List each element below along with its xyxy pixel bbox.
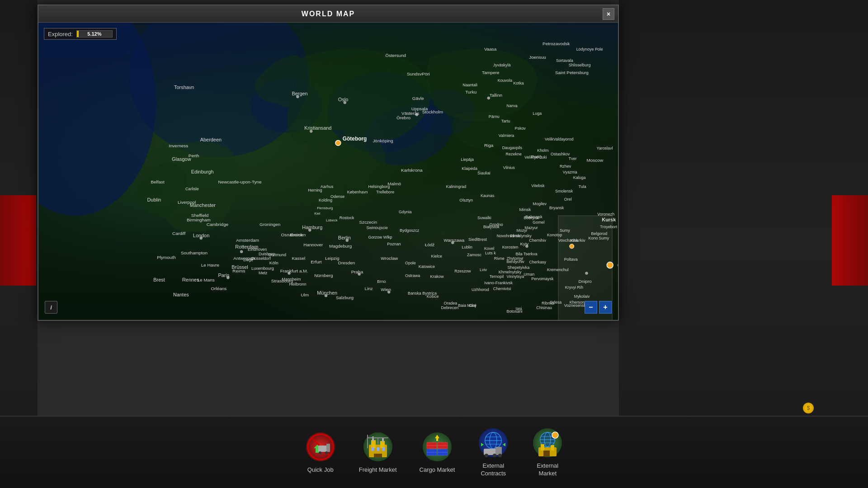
svg-rect-294 [543, 450, 550, 456]
svg-text:Amsterdam: Amsterdam [236, 238, 259, 243]
svg-text:Belgorod: Belgorod [591, 231, 607, 236]
svg-text:Cardiff: Cardiff [172, 231, 185, 236]
svg-text:Brüssel: Brüssel [231, 264, 248, 270]
svg-text:Tver: Tver [569, 156, 577, 161]
svg-point-1 [129, 23, 309, 157]
map-title: WORLD MAP [302, 10, 355, 18]
svg-text:Minsk: Minsk [519, 207, 531, 212]
svg-text:Szczecin: Szczecin [359, 220, 377, 225]
toolbar-item-external-contracts[interactable]: External Contracts [471, 422, 516, 482]
svg-text:Malmö: Malmö [387, 181, 401, 186]
svg-text:Krakow: Krakow [430, 274, 444, 279]
svg-text:Berlin: Berlin [338, 235, 351, 240]
svg-text:Östersund: Östersund [385, 53, 406, 58]
svg-text:Osnabrück: Osnabrück [281, 232, 303, 237]
svg-text:Shlisselburg: Shlisselburg [569, 63, 591, 67]
svg-text:Bila Tserkva: Bila Tserkva [515, 252, 537, 256]
svg-text:Rzhev: Rzhev [560, 164, 571, 169]
explored-badge: Explored: 5.12% [44, 28, 117, 40]
svg-text:Dnipro: Dnipro [579, 279, 592, 284]
svg-rect-254 [377, 447, 379, 451]
svg-text:Praha: Praha [351, 269, 363, 274]
svg-text:Kassel: Kassel [292, 256, 305, 261]
svg-text:Liepāja: Liepāja [461, 157, 474, 162]
svg-text:Ribnita: Ribnita [542, 301, 554, 305]
toolbar-item-quick-job[interactable]: Quick Job [298, 427, 343, 479]
svg-point-246 [325, 451, 328, 454]
svg-text:Khmelnytsky: Khmelnytsky [499, 270, 522, 274]
svg-text:Banska Bystrica: Banska Bystrica [408, 291, 437, 296]
svg-text:Narva: Narva [507, 103, 518, 108]
map-titlebar: WORLD MAP × [38, 5, 618, 23]
red-stripe-right [832, 195, 868, 286]
svg-text:Paris: Paris [218, 272, 229, 278]
svg-text:Debrecen: Debrecen [441, 305, 458, 310]
svg-text:Šiauliai: Šiauliai [477, 171, 491, 175]
svg-text:Jyväskylä: Jyväskylä [493, 63, 511, 67]
svg-text:Örebro: Örebro [396, 115, 410, 120]
svg-text:Grodno: Grodno [490, 222, 503, 227]
svg-text:Olsztyn: Olsztyn [459, 198, 473, 202]
svg-text:Hamburg: Hamburg [302, 225, 322, 230]
svg-text:Voznesensk: Voznesensk [564, 303, 586, 308]
svg-text:München: München [317, 290, 337, 296]
toolbar-item-freight-market[interactable]: Freight Market [352, 427, 404, 479]
svg-point-20 [387, 291, 390, 293]
svg-text:Salzburg: Salzburg [336, 295, 354, 300]
svg-text:Gomel: Gomel [533, 220, 544, 225]
svg-text:Pärnu: Pärnu [489, 114, 500, 119]
svg-text:Uppsala: Uppsala [411, 106, 428, 111]
svg-text:Ostashkov: Ostashkov [551, 152, 570, 156]
external-contracts-label-1: External [482, 462, 504, 470]
svg-text:Odesa: Odesa [550, 300, 561, 305]
svg-text:Vinnytsya: Vinnytsya [507, 274, 524, 279]
svg-point-21 [451, 241, 454, 244]
svg-text:Swinoujscie: Swinoujscie [366, 225, 387, 230]
svg-text:Vilnius: Vilnius [503, 165, 515, 170]
toolbar-item-cargo-market[interactable]: Cargo Market [413, 427, 462, 479]
svg-text:Manchester: Manchester [190, 202, 216, 208]
svg-text:Pinsk: Pinsk [510, 234, 520, 238]
svg-rect-292 [541, 444, 544, 450]
svg-text:Cherkasy: Cherkasy [529, 260, 546, 264]
svg-text:Helsingborg: Helsingborg [368, 184, 390, 189]
svg-text:Kherson: Kherson [570, 300, 585, 305]
svg-text:Bergen: Bergen [292, 91, 307, 96]
svg-text:Aberdeen: Aberdeen [200, 137, 222, 142]
svg-rect-293 [551, 445, 554, 450]
cargo-market-icon [421, 431, 453, 463]
svg-text:SiedlBrest: SiedlBrest [468, 237, 487, 242]
svg-text:Troyebort: Troyebort [600, 225, 617, 229]
svg-point-3 [327, 72, 435, 153]
svg-text:Västerås: Västerås [401, 111, 419, 116]
svg-point-4 [357, 95, 458, 174]
svg-text:Lodynoye Pole: Lodynoye Pole [576, 47, 603, 52]
map-content[interactable]: Petrozavodsk Vaasa Östersund Joensuu Jyv… [38, 23, 618, 320]
zoom-in-button[interactable]: + [599, 301, 612, 314]
svg-text:Liège: Liège [243, 258, 253, 262]
info-button[interactable]: i [45, 301, 57, 314]
close-button[interactable]: × [603, 8, 614, 20]
svg-text:Klaipėda: Klaipėda [462, 166, 477, 171]
svg-text:Metz: Metz [259, 271, 268, 275]
svg-text:Rennes: Rennes [182, 277, 199, 282]
quick-job-label: Quick Job [307, 466, 334, 474]
svg-text:Opole: Opole [405, 261, 416, 265]
external-market-icon [532, 427, 563, 459]
svg-text:Dublin: Dublin [147, 197, 161, 202]
svg-text:Rzeszow: Rzeszow [454, 269, 471, 273]
freight-market-label: Freight Market [359, 466, 397, 474]
svg-text:Gdynia: Gdynia [399, 210, 411, 214]
svg-text:Eindhoven: Eindhoven [248, 247, 267, 252]
svg-text:Mykolaiv: Mykolaiv [574, 294, 590, 299]
freight-market-icon [362, 431, 394, 463]
svg-text:Tampere: Tampere [482, 70, 500, 75]
svg-point-19 [358, 273, 361, 276]
svg-rect-253 [371, 447, 374, 451]
zoom-out-button[interactable]: − [585, 301, 597, 314]
svg-text:Chernivtsi: Chernivtsi [493, 286, 511, 291]
svg-text:Warszawa: Warszawa [443, 238, 464, 243]
svg-text:Flensburg: Flensburg [317, 206, 333, 210]
toolbar-item-external-market[interactable]: External Market [525, 422, 570, 482]
svg-text:Bremen: Bremen [290, 232, 306, 237]
